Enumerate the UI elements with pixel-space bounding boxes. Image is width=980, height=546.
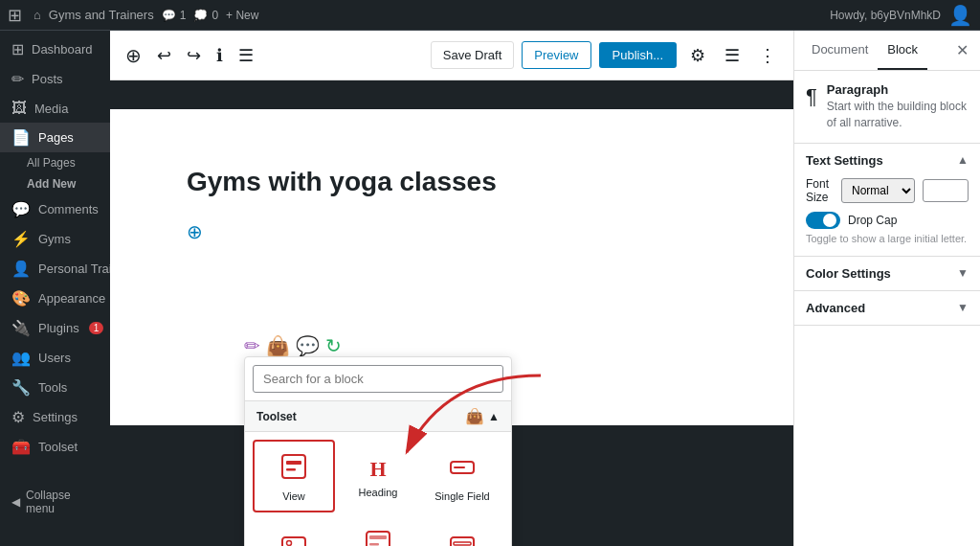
insert-block-plus-icon[interactable]: ⊕ [187,221,203,242]
color-settings-chevron-icon: ▼ [957,266,969,280]
redo-icon: ↪ [187,45,201,66]
user-greeting[interactable]: Howdy, b6yBVnMhkD [830,9,941,22]
block-item-view[interactable]: View [253,440,335,512]
view-block-label: View [282,489,305,503]
toolset-bag-icon-2: 👜 [465,407,484,425]
sidebar: ⊞ Dashboard ✏ Posts 🖼 Media 📄 Pages All … [0,31,110,546]
editor-content: Gyms with yoga classes ⊕ ✏ 👜 💬 ↻ [110,80,793,546]
toggle-knob [823,214,836,227]
users-icon: 👥 [11,349,31,367]
sidebar-item-toolset[interactable]: 🧰 Toolset [0,432,110,462]
sidebar-item-users[interactable]: 👥 Users [0,343,110,373]
sidebar-item-plugins[interactable]: 🔌 Plugins 1 [0,313,110,343]
info-icon: ℹ [216,45,223,66]
collapse-menu-button[interactable]: ◀ Collapse menu [0,481,110,523]
block-inserter-header [245,357,511,401]
sidebar-item-comments[interactable]: 💬 Comments [0,194,110,224]
info-button[interactable]: ℹ [212,41,227,70]
site-name[interactable]: Gyms and Trainers [49,8,154,22]
add-block-icon: ⊕ [125,44,142,67]
toolset-icon: 🧰 [11,438,31,456]
sidebar-sub-add-new[interactable]: Add New [0,173,110,194]
block-search-input[interactable] [253,365,503,393]
drop-cap-toggle[interactable] [806,212,840,229]
sidebar-item-posts[interactable]: ✏ Posts [0,64,110,94]
list-view-button[interactable]: ☰ [234,41,257,70]
text-settings-title: Text Settings [806,153,883,168]
pages-icon: 📄 [11,128,31,147]
heading-block-icon: H [369,457,386,482]
more-options-button[interactable]: ⋮ [753,41,782,70]
tab-document[interactable]: Document [802,31,878,70]
comment-notif[interactable]: 💬 1 [162,9,187,22]
font-size-select[interactable]: Normal Small Medium Large [841,178,915,203]
color-settings-header[interactable]: Color Settings ▼ [794,257,980,290]
svg-rect-0 [282,455,305,478]
refresh-icon[interactable]: ↻ [325,334,342,357]
advanced-header[interactable]: Advanced ▼ [794,291,980,325]
sidebar-item-personal-trainers[interactable]: 👤 Personal Trainers [0,254,110,284]
sidebar-sub-all-pages[interactable]: All Pages [0,152,110,173]
settings-panel-button[interactable]: ⚙ [684,41,711,70]
block-item-content-template[interactable]: Content Template [337,514,419,546]
sidebar-item-pages[interactable]: 📄 Pages [0,123,110,152]
posts-icon: ✏ [11,70,24,88]
new-post-button[interactable]: + New [226,9,258,22]
save-draft-button[interactable]: Save Draft [431,41,514,69]
svg-rect-11 [454,542,471,545]
redo-button[interactable]: ↪ [183,41,205,70]
settings-icon: ⚙ [11,408,25,426]
svg-rect-1 [286,461,301,465]
sidebar-item-gyms[interactable]: ⚡ Gyms [0,224,110,254]
advanced-chevron-icon: ▼ [957,301,969,314]
settings-gear-icon: ⚙ [690,46,705,65]
drop-cap-hint: Toggle to show a large initial letter. [806,233,969,244]
sidebar-item-media[interactable]: 🖼 Media [0,94,110,123]
block-header: ¶ Paragraph Start with the building bloc… [794,71,980,143]
main-layout: ⊞ Dashboard ✏ Posts 🖼 Media 📄 Pages All … [0,31,980,546]
advanced-title: Advanced [806,301,865,315]
view-block-icon [280,453,307,486]
chat-bubble-icon[interactable]: 💬 [296,334,320,357]
undo-icon: ↩ [157,45,171,66]
block-item-form[interactable]: Form [421,514,503,546]
block-title: Paragraph [827,82,969,97]
block-nav-button[interactable]: ☰ [719,41,746,70]
toolset-section-controls: 👜 ▲ [461,407,500,425]
comments-icon: 💬 [11,200,31,218]
publish-button[interactable]: Publish... [599,42,677,68]
text-settings-header[interactable]: Text Settings ▲ [794,144,980,177]
toolset-bag-icon[interactable]: 👜 [266,334,290,357]
panel-close-button[interactable]: ✕ [952,37,972,63]
preview-button[interactable]: Preview [522,41,590,69]
svg-rect-5 [282,537,305,546]
list-view-icon: ☰ [238,45,254,66]
sidebar-item-appearance[interactable]: 🎨 Appearance [0,284,110,313]
collapse-arrow-icon: ◀ [11,495,20,509]
block-nav-icon: ☰ [724,46,740,65]
page-title[interactable]: Gyms with yoga classes [187,167,717,197]
font-size-input[interactable] [923,179,969,202]
block-info-section: ¶ Paragraph Start with the building bloc… [794,71,980,144]
block-item-heading[interactable]: H Heading [337,440,419,512]
sidebar-item-settings[interactable]: ⚙ Settings [0,402,110,432]
paragraph-block-icon: ¶ [806,84,817,109]
form-block-icon [449,534,476,546]
wp-logo-icon[interactable]: ⊞ [8,5,22,26]
block-grid: View H Heading [245,432,511,546]
edit-pencil-icon[interactable]: ✏ [244,334,260,357]
sidebar-item-tools[interactable]: 🔧 Tools [0,373,110,402]
block-item-single-field[interactable]: Single Field [421,440,503,512]
bubble-notif[interactable]: 💭 0 [193,9,218,22]
tab-block[interactable]: Block [878,31,927,70]
editor-area: ⊕ ↩ ↪ ℹ ☰ Save Draft Preview Publish... … [110,31,793,546]
right-panel: Document Block ✕ ¶ Paragraph Start with … [793,31,980,546]
undo-button[interactable]: ↩ [153,41,175,70]
text-settings-section: Text Settings ▲ Font Size Normal Small M… [794,144,980,257]
add-block-button[interactable]: ⊕ [122,40,145,71]
font-size-row: Font Size Normal Small Medium Large [806,177,969,204]
block-item-image[interactable]: Image [253,514,335,546]
sidebar-item-dashboard[interactable]: ⊞ Dashboard [0,34,110,64]
toolbar-right: Save Draft Preview Publish... ⚙ ☰ ⋮ [431,41,782,70]
section-collapse-icon[interactable]: ▲ [488,410,500,423]
